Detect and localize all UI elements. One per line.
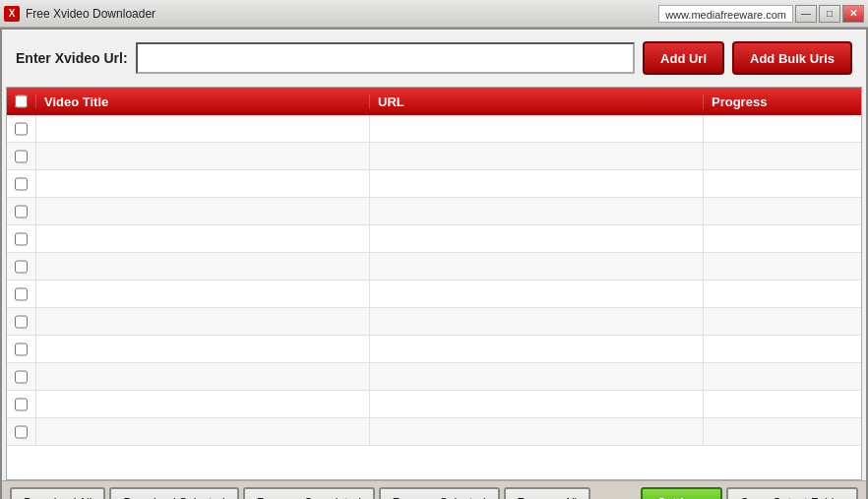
- download-selected-button[interactable]: Download Selected: [109, 487, 238, 499]
- remove-all-button[interactable]: Remove All: [504, 487, 591, 499]
- app-icon: X: [4, 6, 20, 22]
- table-row: [7, 281, 861, 308]
- row-checkbox[interactable]: [7, 418, 36, 445]
- download-all-button[interactable]: Download All: [10, 487, 105, 499]
- table-row: [7, 391, 861, 418]
- row-progress: [704, 143, 861, 169]
- title-bar-right: www.mediafreeware.com — □ ✕: [658, 5, 864, 23]
- website-url: www.mediafreeware.com: [658, 5, 793, 23]
- table-row: [7, 336, 861, 363]
- table-row: [7, 253, 861, 281]
- row-checkbox[interactable]: [7, 225, 36, 252]
- table-row: [7, 198, 861, 225]
- row-url: [370, 225, 704, 252]
- download-table: Video Title URL Progress: [6, 87, 862, 480]
- row-checkbox[interactable]: [7, 281, 36, 307]
- row-url: [370, 198, 704, 224]
- header-progress: Progress: [704, 94, 861, 109]
- row-progress: [704, 281, 861, 307]
- row-checkbox[interactable]: [7, 336, 36, 362]
- row-checkbox[interactable]: [7, 170, 36, 197]
- row-progress: [704, 253, 861, 280]
- remove-completed-button[interactable]: Remove Completed: [243, 487, 375, 499]
- url-input[interactable]: [136, 42, 635, 74]
- row-checkbox[interactable]: [7, 391, 36, 417]
- row-progress: [704, 170, 861, 197]
- row-title: [36, 170, 370, 197]
- row-title: [36, 225, 370, 252]
- header-video-title: Video Title: [36, 94, 370, 109]
- title-bar-left: X Free Xvideo Downloader: [4, 6, 155, 22]
- row-progress: [704, 115, 861, 142]
- row-checkbox[interactable]: [7, 143, 36, 169]
- row-url: [370, 336, 704, 362]
- row-url: [370, 363, 704, 390]
- table-row: [7, 308, 861, 336]
- row-checkbox[interactable]: [7, 115, 36, 142]
- row-url: [370, 253, 704, 280]
- row-title: [36, 336, 370, 362]
- table-row: [7, 170, 861, 198]
- row-title: [36, 308, 370, 335]
- table-body: [7, 115, 861, 479]
- row-url: [370, 418, 704, 445]
- row-url: [370, 170, 704, 197]
- row-url: [370, 115, 704, 142]
- row-url: [370, 143, 704, 169]
- row-title: [36, 391, 370, 417]
- row-url: [370, 281, 704, 307]
- maximize-button[interactable]: □: [819, 5, 840, 23]
- bottom-toolbar: Download All Download Selected Remove Co…: [2, 480, 866, 499]
- row-progress: [704, 225, 861, 252]
- add-bulk-urls-button[interactable]: Add Bulk Urls: [732, 41, 852, 75]
- add-url-button[interactable]: Add Url: [643, 41, 724, 75]
- row-progress: [704, 336, 861, 362]
- header-url: URL: [370, 94, 704, 109]
- table-row: [7, 363, 861, 391]
- table-header: Video Title URL Progress: [7, 88, 861, 115]
- close-button[interactable]: ✕: [842, 5, 864, 23]
- row-title: [36, 418, 370, 445]
- row-progress: [704, 363, 861, 390]
- settings-button[interactable]: Settings: [641, 487, 722, 499]
- row-title: [36, 281, 370, 307]
- row-title: [36, 363, 370, 390]
- row-url: [370, 308, 704, 335]
- row-checkbox[interactable]: [7, 308, 36, 335]
- row-checkbox[interactable]: [7, 253, 36, 280]
- main-window: Enter Xvideo Url: Add Url Add Bulk Urls …: [0, 28, 868, 499]
- row-url: [370, 391, 704, 417]
- header-checkbox-col: [7, 94, 36, 108]
- window-title: Free Xvideo Downloader: [26, 7, 155, 21]
- open-output-folder-button[interactable]: Open Output Folder: [726, 487, 858, 499]
- row-title: [36, 115, 370, 142]
- row-title: [36, 198, 370, 224]
- url-label: Enter Xvideo Url:: [16, 50, 128, 66]
- row-progress: [704, 308, 861, 335]
- table-row: [7, 143, 861, 170]
- remove-selected-button[interactable]: Remove Selected: [379, 487, 500, 499]
- row-progress: [704, 418, 861, 445]
- table-row: [7, 115, 861, 143]
- table-row: [7, 418, 861, 446]
- row-title: [36, 253, 370, 280]
- row-progress: [704, 198, 861, 224]
- row-progress: [704, 391, 861, 417]
- row-checkbox[interactable]: [7, 198, 36, 224]
- select-all-checkbox[interactable]: [15, 94, 28, 108]
- row-checkbox[interactable]: [7, 363, 36, 390]
- url-bar: Enter Xvideo Url: Add Url Add Bulk Urls: [2, 30, 866, 87]
- minimize-button[interactable]: —: [795, 5, 817, 23]
- row-title: [36, 143, 370, 169]
- table-row: [7, 225, 861, 253]
- title-bar: X Free Xvideo Downloader www.mediafreewa…: [0, 0, 868, 28]
